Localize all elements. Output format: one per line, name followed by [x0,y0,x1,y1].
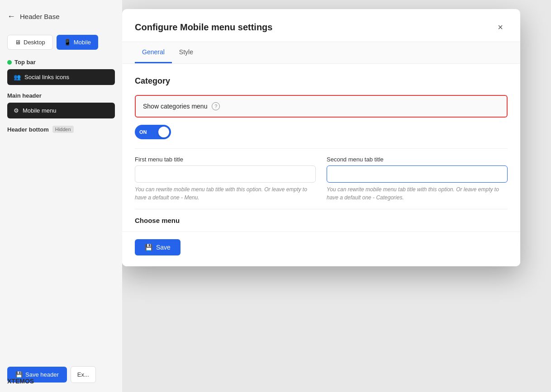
save-header-label: Save header [25,371,59,378]
divider-2 [135,209,508,209]
toggle-container: ON [135,125,508,139]
settings-icon: ⚙ [14,107,19,114]
toggle-knob [158,127,169,137]
second-tab-group: Second menu tab title You can rewrite mo… [327,156,508,202]
top-bar-label: Top bar [14,59,36,66]
back-arrow-icon[interactable]: ← [7,12,15,21]
sidebar: ← Header Base 🖥 Desktop 📱 Mobile Top bar… [0,0,122,392]
second-tab-label: Second menu tab title [327,156,508,163]
section-heading: Category [135,76,508,86]
top-bar-dot [7,60,12,65]
footer-save-button[interactable]: 💾 Save [135,239,180,255]
main-header-section-label: Main header [7,92,115,99]
save-icon: 💾 [15,371,23,378]
second-tab-input[interactable] [327,165,508,183]
hidden-badge: Hidden [52,126,74,133]
desktop-view-button[interactable]: 🖥 Desktop [7,35,53,50]
first-tab-hint: You can rewrite mobile menu tab title wi… [135,185,316,202]
second-tab-hint: You can rewrite mobile menu tab title wi… [327,185,508,202]
modal-dialog: Configure Mobile menu settings × General… [122,9,520,266]
modal-footer: 💾 Save [122,231,520,266]
header-bottom-label: Header bottom [7,126,49,133]
modal-title: Configure Mobile menu settings [135,22,272,33]
modal-tabs: General Style [122,42,520,64]
first-tab-input[interactable] [135,165,316,183]
footer-save-label: Save [156,244,171,251]
export-label: Ex... [77,371,89,378]
mobile-icon: 📱 [64,39,71,46]
categories-toggle[interactable]: ON [135,125,171,139]
modal-header: Configure Mobile menu settings × [122,9,520,42]
top-bar-section: Top bar [7,59,115,66]
sidebar-header: ← Header Base [7,7,115,26]
export-button[interactable]: Ex... [71,366,96,383]
xtemos-logo: XTEMOS [7,378,34,385]
modal-close-button[interactable]: × [493,20,508,34]
people-icon: 👥 [14,74,21,80]
social-links-button[interactable]: 👥 Social links icons [7,69,115,85]
monitor-icon: 🖥 [15,39,21,46]
view-toggle: 🖥 Desktop 📱 Mobile [7,35,115,50]
sidebar-title: Header Base [20,13,60,20]
toggle-on-label: ON [139,129,147,135]
mobile-view-button[interactable]: 📱 Mobile [57,35,98,50]
header-bottom-row: Header bottom Hidden [7,126,115,133]
choose-menu-label: Choose menu [135,217,508,224]
mobile-menu-button[interactable]: ⚙ Mobile menu [7,103,115,118]
first-tab-label: First menu tab title [135,156,316,163]
menu-tab-titles-row: First menu tab title You can rewrite mob… [135,156,508,202]
modal-body: Category Show categories menu ? ON First… [122,64,520,231]
tab-general[interactable]: General [135,42,172,63]
mobile-label: Mobile [74,39,91,46]
help-icon[interactable]: ? [212,102,220,110]
desktop-label: Desktop [24,39,45,46]
social-links-label: Social links icons [24,74,69,80]
show-categories-row: Show categories menu ? [135,95,508,118]
mobile-menu-label: Mobile menu [23,107,56,114]
footer-save-icon: 💾 [145,244,152,251]
show-categories-label: Show categories menu [143,103,207,110]
tab-style[interactable]: Style [172,42,200,63]
divider-1 [135,148,508,149]
first-tab-group: First menu tab title You can rewrite mob… [135,156,316,202]
